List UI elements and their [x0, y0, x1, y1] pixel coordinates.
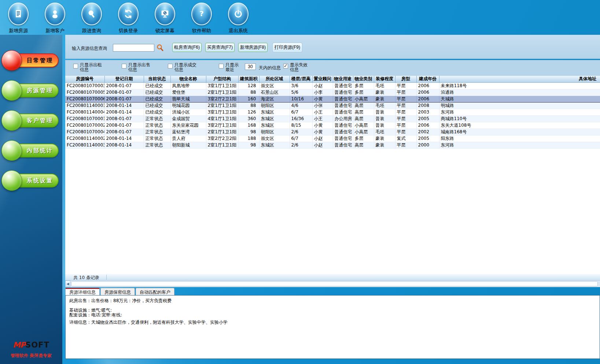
- table-cell: 2008-01-07: [104, 115, 144, 122]
- toolbar-item-followup-query[interactable]: 跟进查询: [73, 0, 110, 35]
- column-header[interactable]: 置业顾问: [312, 76, 333, 82]
- sidebar-item-internal-stats[interactable]: 内部统计: [1, 140, 59, 161]
- toolbar-item-exit-system[interactable]: 退出系统: [220, 0, 257, 35]
- table-cell: 160: [238, 96, 259, 102]
- tab-matched-customers[interactable]: 自动匹配的客户: [136, 288, 174, 295]
- table-cell: 2室1厅1卫1阳: [206, 102, 238, 109]
- add-property-button[interactable]: 新增房源(F8): [238, 43, 268, 52]
- tab-property-detail[interactable]: 房源详细信息: [65, 288, 100, 295]
- column-header[interactable]: 建成年份: [416, 76, 439, 82]
- detail-tabs: 房源详细信息 房源保密信息 自动匹配的客户: [65, 288, 174, 295]
- checkbox-icon[interactable]: [283, 64, 288, 68]
- table-cell: 普装: [374, 122, 395, 129]
- column-header[interactable]: 建筑面积: [238, 76, 259, 82]
- brand-tagline: 管理软件 美萍是专家: [0, 353, 62, 359]
- print-property-button[interactable]: 打印房源(F9): [273, 43, 302, 52]
- table-cell: 2008-01-07: [104, 89, 144, 96]
- sidebar-item-system-settings[interactable]: 系统设置: [1, 170, 59, 191]
- toolbar-item-lock-screen[interactable]: 锁定屏幕: [147, 0, 183, 35]
- table-cell: 平层: [395, 115, 416, 122]
- column-header[interactable]: 物业类别: [353, 76, 374, 82]
- table-cell: 多层: [353, 82, 374, 89]
- table-cell: FC200801070005: [65, 89, 104, 96]
- scroll-left-arrow-icon[interactable]: ◀: [65, 281, 70, 287]
- table-cell: 小赵: [312, 142, 333, 148]
- table-cell: 多层: [353, 89, 374, 96]
- filter-show-invalid[interactable]: 显示失效信息: [283, 63, 309, 72]
- table-cell: 2006: [416, 96, 439, 102]
- checkbox-icon[interactable]: [73, 64, 78, 68]
- table-row[interactable]: FC2008010700032008-01-07已经成交凤凰地带3室1厅1卫1阳…: [65, 82, 600, 89]
- filter-sale-only[interactable]: 只显示出售信息: [122, 63, 152, 72]
- toolbar-item-label: 新增客户: [45, 27, 65, 34]
- table-cell: 蓝钻堡湾: [170, 129, 206, 135]
- table-row[interactable]: FC2008011400012008-01-14已经成交明城花园2室1厅1卫1阳…: [65, 102, 600, 109]
- search-magnifier-icon[interactable]: [156, 44, 164, 52]
- column-header[interactable]: 房源编号: [65, 76, 104, 82]
- buy-query-button[interactable]: 买房查询(F7): [205, 43, 235, 52]
- column-header[interactable]: 登记日期: [104, 76, 144, 82]
- table-cell: 2008-01-14: [104, 135, 144, 142]
- table-cell: 毛坯: [374, 82, 395, 89]
- table-cell: 小高层: [353, 122, 374, 129]
- column-header[interactable]: 楼层/层高: [290, 76, 312, 82]
- search-input[interactable]: [113, 44, 154, 52]
- table-cell: 3室1厅1卫1阳: [206, 82, 238, 89]
- horizontal-scrollbar[interactable]: ◀: [65, 281, 600, 287]
- table-cell: 豪装: [374, 89, 395, 96]
- table-row[interactable]: FC2008010700022008-01-07正常状态东关皇家花园3室2厅1卫…: [65, 122, 600, 129]
- document-icon: [8, 3, 29, 25]
- table-cell: 高层: [353, 109, 374, 115]
- sphere-icon: [1, 50, 22, 71]
- filter-panel: 只显示出租信息 只显示出售信息 只显示成交信息 只显示最近 天内的信息 显示失效…: [65, 60, 600, 76]
- checkbox-icon[interactable]: [219, 64, 224, 68]
- filter-recent-days[interactable]: 只显示最近: [219, 63, 240, 72]
- table-row[interactable]: FC2008010700052008-01-07已经成交爱住堡2室1厅1卫1阳8…: [65, 89, 600, 96]
- table-row[interactable]: FC2008010700042008-01-07正常状态蓝钻堡湾2室1厅1卫1阳…: [65, 129, 600, 135]
- checkbox-icon[interactable]: [168, 64, 173, 68]
- table-row[interactable]: FC2008011400022008-01-14正常状态贵人府3室2厅2卫2阳1…: [65, 135, 600, 142]
- detail-line-support-facilities: 配套设施：电话:宽带:有线:: [69, 313, 596, 317]
- column-header[interactable]: 物业用途: [333, 76, 353, 82]
- toolbar-item-switch-login[interactable]: 切换登录: [110, 0, 147, 35]
- days-input[interactable]: [245, 63, 256, 70]
- filter-deal-only[interactable]: 只显示成交信息: [168, 63, 198, 72]
- sphere-icon: [1, 140, 22, 161]
- table-cell: 小王: [312, 115, 333, 122]
- sidebar-item-daily-management[interactable]: 日常管理: [1, 50, 59, 71]
- switch-login-icon: [118, 3, 139, 25]
- table-cell: 普通住宅: [333, 129, 353, 135]
- sidebar-item-property-management[interactable]: 房源管理: [1, 80, 59, 101]
- table-row[interactable]: FC2008011400032008-01-14正常状态朝阳新城2室1厅1卫1阳…: [65, 142, 600, 148]
- filter-rent-only[interactable]: 只显示出租信息: [73, 63, 103, 72]
- table-cell: 明城花园: [170, 102, 206, 109]
- scrollbar-thumb[interactable]: [71, 281, 598, 286]
- column-header[interactable]: 房型: [395, 76, 416, 82]
- table-row[interactable]: FC2008010700012008-01-07正常状态金成国贸4室1厅1卫1阳…: [65, 115, 600, 122]
- column-header[interactable]: 物业名称: [170, 76, 206, 82]
- sidebar-item-customer-management[interactable]: 客户管理: [1, 110, 59, 131]
- column-header[interactable]: 所处区域: [259, 76, 290, 82]
- toolbar-item-add-customer[interactable]: 新增客户: [37, 0, 73, 35]
- table-cell: FC200801070004: [65, 129, 104, 135]
- table-row[interactable]: FC2008010700062008-01-07已经成交翡翠天城3室2厅2卫1阳…: [65, 96, 600, 102]
- rent-query-button[interactable]: 租房查询(F6): [172, 43, 202, 52]
- toolbar-item-software-help[interactable]: ? 软件帮助: [183, 0, 220, 35]
- table-cell: 朝阳新城: [170, 142, 206, 148]
- column-header[interactable]: 装修程度: [374, 76, 395, 82]
- column-header[interactable]: 当前状态: [144, 76, 170, 82]
- column-header[interactable]: 具体地址: [439, 76, 600, 82]
- toolbar-item-add-property[interactable]: 新增房源: [0, 0, 37, 35]
- table-cell: 多层: [353, 135, 374, 142]
- table-cell: 88: [238, 102, 259, 109]
- column-header[interactable]: 户型结构: [206, 76, 238, 82]
- table-cell: 城南路168号: [439, 129, 600, 135]
- checkbox-icon[interactable]: [122, 64, 126, 68]
- power-icon: [228, 3, 249, 25]
- tab-property-secret[interactable]: 房源保密信息: [100, 288, 135, 295]
- table-row[interactable]: FC2008011400042008-01-14已经成交洪城小区3室1厅1卫1阳…: [65, 109, 600, 115]
- table-cell: 普通住宅: [333, 109, 353, 115]
- table-cell: FC200801070002: [65, 122, 104, 129]
- table-cell: 金成国贸: [170, 115, 206, 122]
- table-cell: 翡翠天城: [170, 96, 206, 102]
